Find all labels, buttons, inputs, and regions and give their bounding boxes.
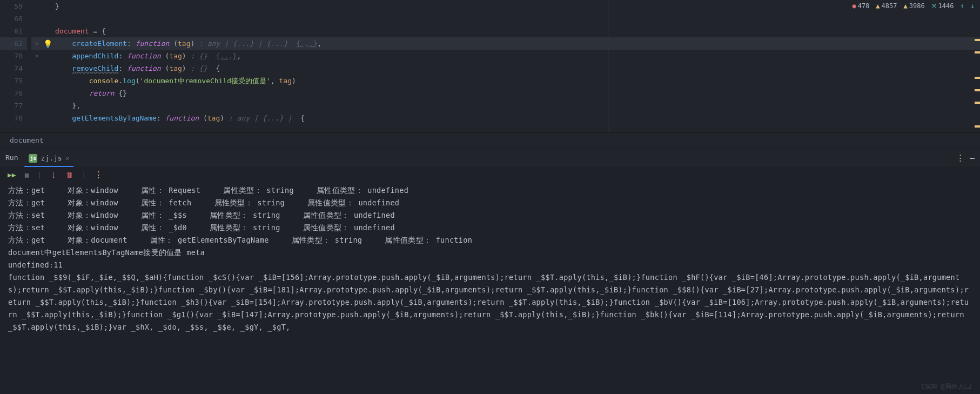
fold-chevron-icon[interactable]: > bbox=[35, 53, 38, 59]
console-output[interactable]: 方法：get 对象：window 属性： Request 属性类型： strin… bbox=[0, 182, 980, 336]
nodejs-icon: js bbox=[29, 154, 37, 163]
info-count[interactable]: ⤧1446 bbox=[931, 2, 954, 10]
code-line[interactable]: document = { bbox=[53, 25, 980, 37]
tab-filename: zj.js bbox=[41, 154, 62, 162]
editor-pane: 59606162707475767778 >> 💡 }document = { … bbox=[0, 0, 980, 132]
console-line: 方法：get 对象：document 属性： getElementsByTagN… bbox=[8, 234, 972, 246]
fold-column[interactable]: >> bbox=[31, 0, 42, 132]
code-line[interactable]: createElement: function (tag) : any | {.… bbox=[53, 37, 980, 50]
fold-chevron-icon[interactable]: > bbox=[35, 41, 38, 46]
line-number[interactable]: 76 bbox=[0, 87, 27, 99]
error-count[interactable]: ●478 bbox=[852, 2, 869, 10]
stop-icon[interactable]: ■ bbox=[25, 171, 29, 179]
scroll-down-icon[interactable]: ⭣ bbox=[50, 171, 57, 179]
line-number[interactable]: 59 bbox=[0, 0, 27, 12]
run-label[interactable]: Run bbox=[5, 153, 18, 162]
console-line: 方法：get 对象：window 属性： Request 属性类型： strin… bbox=[8, 184, 972, 197]
warning-count-1[interactable]: ▲4857 bbox=[876, 2, 897, 10]
code-line[interactable]: } bbox=[53, 0, 980, 12]
line-number[interactable]: 78 bbox=[0, 112, 27, 124]
console-line: 方法：set 对象：window 属性： _$$s 属性类型： string 属… bbox=[8, 209, 972, 222]
watermark: CSDN @局外人LZ bbox=[921, 382, 972, 391]
status-bar: ●478 ▲4857 ▲3986 ⤧1446 ↑ ↓ bbox=[852, 2, 975, 10]
code-line[interactable]: console.log('document中removeChild接受的值是',… bbox=[53, 75, 980, 87]
code-line[interactable]: return {} bbox=[53, 87, 980, 99]
minimize-icon[interactable]: — bbox=[970, 153, 975, 163]
line-number[interactable]: 74 bbox=[0, 62, 27, 75]
code-line[interactable] bbox=[53, 12, 980, 25]
warning-count-2[interactable]: ▲3986 bbox=[903, 2, 924, 10]
console-line: 方法：set 对象：window 属性： _$d0 属性类型： string 属… bbox=[8, 222, 972, 234]
line-number[interactable]: 77 bbox=[0, 99, 27, 112]
console-toolbar: ▶▶ ■ | ⭣ 🗑 | ⋮ bbox=[0, 167, 980, 182]
run-tab[interactable]: js zj.js ✕ bbox=[24, 151, 73, 167]
code-area[interactable]: }document = { createElement: function (t… bbox=[53, 0, 980, 132]
console-line: undefined:11 bbox=[8, 259, 972, 271]
code-line[interactable]: appendChild: function (tag) : {} {...}, bbox=[53, 50, 980, 62]
console-line: function _$$9(_$iF,_$ie,_$$Q,_$aH){funct… bbox=[8, 271, 972, 333]
line-gutter[interactable]: 59606162707475767778 bbox=[0, 0, 31, 132]
line-number[interactable]: 60 bbox=[0, 12, 27, 25]
console-line: document中getElementsByTagName接受的值是 meta bbox=[8, 246, 972, 259]
console-menu-icon[interactable]: ⋮ bbox=[95, 170, 102, 179]
scrollbar-marks[interactable] bbox=[974, 0, 980, 132]
line-number[interactable]: 75 bbox=[0, 75, 27, 87]
breadcrumb-item[interactable]: document bbox=[10, 136, 44, 144]
close-icon[interactable]: ✕ bbox=[65, 154, 70, 162]
nav-up-icon[interactable]: ↑ bbox=[961, 2, 964, 10]
line-number[interactable]: 61 bbox=[0, 25, 27, 37]
code-line[interactable]: getElementsByTagName: function (tag) : a… bbox=[53, 112, 980, 124]
breadcrumb[interactable]: document bbox=[0, 132, 980, 148]
menu-dots-icon[interactable]: ⋮ bbox=[956, 153, 963, 163]
line-number[interactable]: 62 bbox=[0, 37, 27, 50]
bulb-column: 💡 bbox=[42, 0, 53, 132]
code-line[interactable]: }, bbox=[53, 99, 980, 112]
intention-bulb-icon[interactable]: 💡 bbox=[43, 39, 52, 48]
trash-icon[interactable]: 🗑 bbox=[66, 171, 73, 179]
run-toolbar: Run js zj.js ✕ ⋮ — bbox=[0, 148, 980, 167]
rerun-icon[interactable]: ▶▶ bbox=[8, 171, 16, 179]
console-line: 方法：get 对象：window 属性： fetch 属性类型： string … bbox=[8, 197, 972, 209]
code-line[interactable]: removeChild: function (tag) : {} { bbox=[53, 62, 980, 75]
line-number[interactable]: 70 bbox=[0, 50, 27, 62]
